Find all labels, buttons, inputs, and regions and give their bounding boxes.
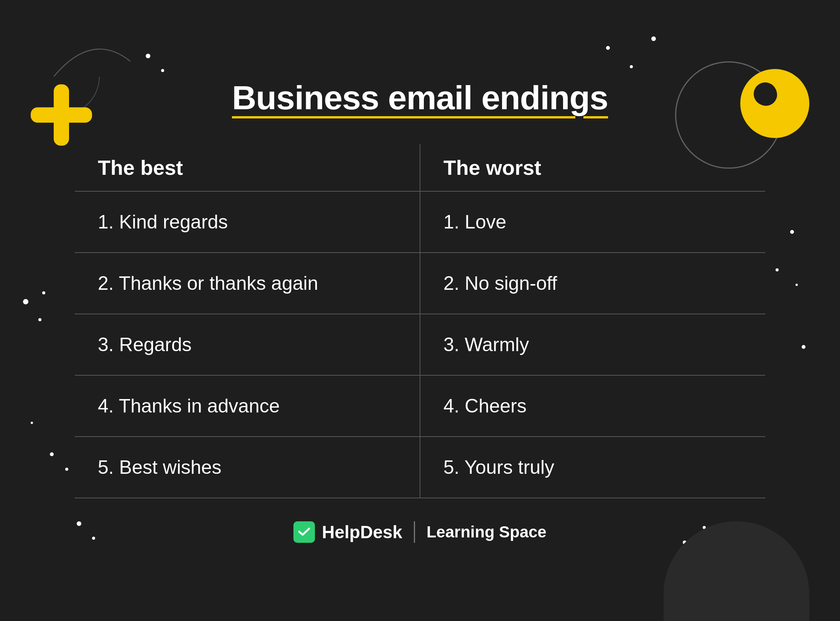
brand-logo: HelpDesk xyxy=(293,521,402,543)
worst-item-3: 3. Warmly xyxy=(420,314,765,375)
footer: HelpDesk Learning Space xyxy=(293,521,546,543)
deco-curve-svg xyxy=(54,31,130,77)
table-row: 1. Kind regards 1. Love xyxy=(75,192,765,252)
worst-header: The worst xyxy=(420,144,765,191)
page-title: Business email endings xyxy=(232,78,608,117)
best-header: The best xyxy=(75,144,420,191)
worst-item-1: 1. Love xyxy=(420,192,765,252)
deco-x-icon xyxy=(31,84,92,146)
table-row: 3. Regards 3. Warmly xyxy=(75,314,765,375)
best-item-1: 1. Kind regards xyxy=(75,192,420,252)
worst-item-5: 5. Yours truly xyxy=(420,437,765,498)
comparison-table: The best The worst 1. Kind regards 1. Lo… xyxy=(75,144,765,498)
deco-circle-yellow xyxy=(740,69,809,138)
best-item-5: 5. Best wishes xyxy=(75,437,420,498)
worst-item-4: 4. Cheers xyxy=(420,376,765,436)
row-divider-5 xyxy=(75,498,765,498)
table-row: 2. Thanks or thanks again 2. No sign-off xyxy=(75,253,765,314)
table-row: 5. Best wishes 5. Yours truly xyxy=(75,437,765,498)
best-item-4: 4. Thanks in advance xyxy=(75,376,420,436)
table-row: 4. Thanks in advance 4. Cheers xyxy=(75,376,765,436)
table-header: The best The worst xyxy=(75,144,765,191)
helpdesk-logo-icon xyxy=(293,521,315,543)
worst-item-2: 2. No sign-off xyxy=(420,253,765,314)
best-item-2: 2. Thanks or thanks again xyxy=(75,253,420,314)
best-item-3: 3. Regards xyxy=(75,314,420,375)
title-section: Business email endings xyxy=(232,78,608,117)
brand-name: HelpDesk xyxy=(322,522,402,542)
svg-rect-1 xyxy=(31,107,92,123)
page-container: Business email endings The best The wors… xyxy=(0,0,840,621)
footer-divider xyxy=(414,521,415,543)
footer-subtitle: Learning Space xyxy=(427,523,547,541)
deco-arch xyxy=(664,521,809,621)
